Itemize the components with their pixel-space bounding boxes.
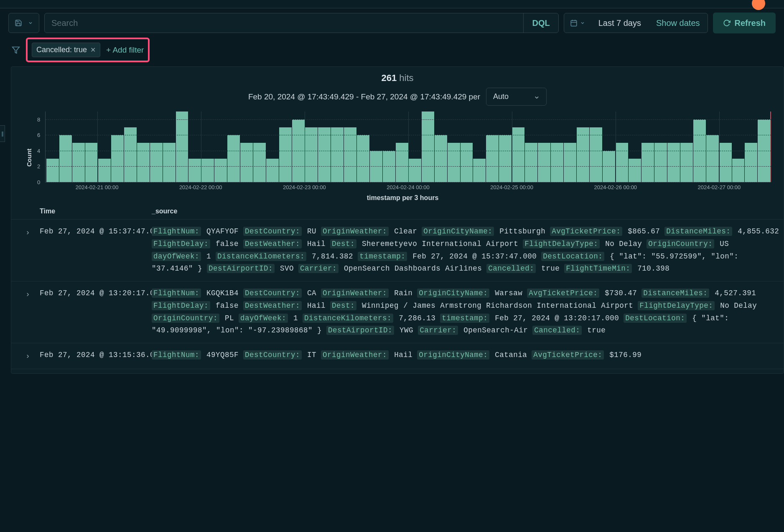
field-key[interactable]: FlightDelayType:	[638, 301, 715, 310]
chart-bar[interactable]	[59, 135, 72, 182]
field-key[interactable]: timestamp:	[440, 314, 489, 323]
expand-row-icon[interactable]: ›	[25, 225, 40, 275]
chart-bar[interactable]	[357, 135, 369, 182]
chart-bar[interactable]	[641, 143, 654, 182]
chart-bar[interactable]	[719, 143, 732, 182]
chart-bar[interactable]	[72, 143, 85, 182]
chart-bar[interactable]	[551, 143, 563, 182]
field-key[interactable]: DestLocation:	[541, 252, 604, 261]
field-key[interactable]: Carrier:	[418, 326, 458, 335]
chart-bar[interactable]	[214, 159, 227, 182]
col-header-time[interactable]: Time	[40, 208, 152, 215]
chart-bar[interactable]	[461, 143, 473, 182]
filter-toggle-icon[interactable]	[10, 44, 22, 56]
field-key[interactable]: FlightNum:	[152, 227, 201, 236]
field-key[interactable]: DestAirportID:	[326, 326, 394, 335]
field-key[interactable]: OriginCityName:	[417, 289, 489, 298]
dql-toggle[interactable]: DQL	[523, 13, 558, 33]
col-header-source[interactable]: _source	[152, 208, 784, 215]
chart-bar[interactable]	[253, 143, 266, 182]
field-key[interactable]: OriginCountry:	[647, 239, 714, 248]
chart-bar[interactable]	[499, 135, 512, 182]
field-key[interactable]: DestCountry:	[243, 289, 302, 298]
close-icon[interactable]: ✕	[90, 46, 96, 54]
field-key[interactable]: DestAirportID:	[207, 264, 275, 273]
field-key[interactable]: DestWeather:	[243, 301, 302, 310]
chart-bar[interactable]	[163, 143, 176, 182]
chart-plot[interactable]: 02468	[45, 111, 771, 182]
chart-bar[interactable]	[409, 159, 421, 182]
field-key[interactable]: DistanceMiles:	[664, 227, 732, 236]
field-key[interactable]: OriginCityName:	[422, 227, 494, 236]
field-key[interactable]: DestCountry:	[243, 350, 302, 360]
field-key[interactable]: Cancelled:	[532, 326, 582, 335]
chart-bar[interactable]	[111, 135, 124, 182]
field-key[interactable]: DistanceKilometers:	[216, 252, 306, 261]
field-key[interactable]: FlightDelayType:	[523, 239, 600, 248]
field-key[interactable]: OriginCountry:	[152, 314, 219, 323]
add-filter-button[interactable]: + Add filter	[106, 46, 144, 55]
field-key[interactable]: FlightDelay:	[152, 239, 210, 248]
chart-bar[interactable]	[732, 159, 745, 182]
field-key[interactable]: DistanceMiles:	[641, 289, 709, 298]
chart-bar[interactable]	[422, 111, 434, 182]
expand-row-icon[interactable]: ›	[25, 287, 40, 337]
field-key[interactable]: AvgTicketPrice:	[550, 227, 622, 236]
field-key[interactable]: timestamp:	[358, 252, 407, 261]
field-key[interactable]: AvgTicketPrice:	[527, 289, 599, 298]
show-dates-button[interactable]: Show dates	[649, 18, 708, 28]
chart-bar[interactable]	[266, 159, 279, 182]
interval-select[interactable]: Auto	[486, 88, 547, 106]
field-key[interactable]: Carrier:	[298, 264, 339, 273]
chart-bar[interactable]	[435, 135, 447, 182]
field-key[interactable]: FlightNum:	[152, 350, 201, 360]
chart-bar[interactable]	[188, 159, 201, 182]
chart-bar[interactable]	[616, 143, 628, 182]
chart-bar[interactable]	[654, 143, 667, 182]
chart-bar[interactable]	[98, 159, 111, 182]
chart-bar[interactable]	[448, 143, 460, 182]
search-input[interactable]	[45, 13, 523, 33]
filter-pill-cancelled[interactable]: Cancelled: true ✕	[32, 43, 100, 57]
chart-bar[interactable]	[667, 143, 680, 182]
chart-bar[interactable]	[680, 143, 693, 182]
chart-bar[interactable]	[706, 135, 719, 182]
field-key[interactable]: dayOfWeek:	[239, 314, 288, 323]
chart-bar[interactable]	[46, 159, 59, 182]
chart-bar[interactable]	[227, 135, 240, 182]
chart-bar[interactable]	[525, 143, 537, 182]
chart-bar[interactable]	[150, 143, 163, 182]
saved-query-menu[interactable]	[8, 13, 39, 33]
field-key[interactable]: Cancelled:	[486, 264, 536, 273]
chart-bar[interactable]	[629, 159, 641, 182]
field-key[interactable]: OriginWeather:	[321, 289, 389, 298]
sidebar-collapse-handle[interactable]: ‖	[0, 125, 5, 142]
chart-bar[interactable]	[538, 143, 550, 182]
field-key[interactable]: AvgTicketPrice:	[532, 350, 604, 360]
expand-row-icon[interactable]: ›	[25, 349, 40, 363]
field-key[interactable]: Dest:	[330, 301, 356, 310]
chart-bar[interactable]	[137, 143, 150, 182]
chart-bar[interactable]	[396, 143, 408, 182]
field-key[interactable]: FlightDelay:	[152, 301, 210, 310]
field-key[interactable]: DestLocation:	[624, 314, 687, 323]
field-key[interactable]: FlightNum:	[152, 289, 201, 298]
chart-bar[interactable]	[564, 143, 576, 182]
field-key[interactable]: DestCountry:	[243, 227, 302, 236]
date-picker[interactable]: Last 7 days Show dates	[564, 13, 708, 33]
chart-bar[interactable]	[176, 111, 188, 182]
chart-bar[interactable]	[85, 143, 98, 182]
field-key[interactable]: OriginWeather:	[321, 350, 389, 360]
field-key[interactable]: Dest:	[330, 239, 356, 248]
refresh-button[interactable]: Refresh	[713, 13, 776, 33]
chart-bar[interactable]	[201, 159, 214, 182]
chart-bar[interactable]	[473, 159, 486, 182]
field-key[interactable]: FlightTimeMin:	[564, 264, 632, 273]
field-key[interactable]: DistanceKilometers:	[303, 314, 393, 323]
field-key[interactable]: OriginCityName:	[417, 350, 489, 360]
field-key[interactable]: DestWeather:	[243, 239, 302, 248]
chart-bar[interactable]	[240, 143, 253, 182]
field-key[interactable]: dayOfWeek:	[152, 252, 201, 261]
chart-bar[interactable]	[745, 143, 757, 182]
chart-bar[interactable]	[486, 135, 499, 182]
